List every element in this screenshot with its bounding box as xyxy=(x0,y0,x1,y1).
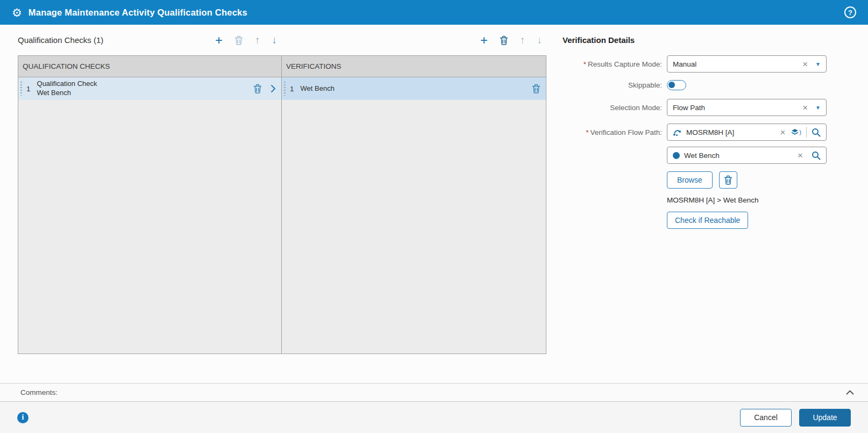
qualification-checks-column-header: QUALIFICATION CHECKS xyxy=(18,56,281,77)
qualification-check-title: Qualification Check xyxy=(37,80,97,89)
results-capture-mode-value: Manual xyxy=(673,60,696,68)
trash-icon xyxy=(532,84,540,93)
footer-bar: i Cancel Update xyxy=(0,402,868,433)
trash-icon xyxy=(253,84,262,93)
flow-path-step-value: Wet Bench xyxy=(684,151,720,160)
chevron-right-icon[interactable] xyxy=(271,84,276,93)
selection-mode-dropdown[interactable]: Flow Path × ▼ xyxy=(667,99,827,116)
trash-icon xyxy=(500,35,508,45)
flow-path-breadcrumb-row: MOSRM8H [A] > Wet Bench xyxy=(563,196,868,204)
qualification-checks-table: QUALIFICATION CHECKS 1 Qualification Che… xyxy=(18,55,546,354)
verification-details-panel: Verification Details *Results Capture Mo… xyxy=(563,25,868,383)
qualification-check-subtitle: Wet Bench xyxy=(37,89,97,98)
chevron-down-icon[interactable]: ▼ xyxy=(815,105,821,111)
results-capture-mode-dropdown[interactable]: Manual × ▼ xyxy=(667,55,827,73)
field-divider xyxy=(806,127,807,138)
drag-handle-icon[interactable] xyxy=(284,82,286,96)
delete-qualification-check-button[interactable] xyxy=(234,35,243,45)
clear-icon[interactable]: × xyxy=(802,103,808,112)
move-up-verification-button[interactable]: ↑ xyxy=(520,35,525,45)
verification-flow-path-field[interactable]: MOSRM8H [A] × ) xyxy=(667,124,827,141)
delete-verification-button[interactable] xyxy=(500,35,508,45)
verification-row[interactable]: 1 Wet Bench xyxy=(282,77,546,100)
clear-icon[interactable]: × xyxy=(802,60,808,69)
add-verification-button[interactable]: + xyxy=(480,34,488,47)
help-glyph: ? xyxy=(848,9,852,17)
qualification-checks-toolbar: + ↑ ↓ xyxy=(215,34,277,47)
selection-mode-value: Flow Path xyxy=(673,104,705,112)
skippable-toggle[interactable] xyxy=(667,80,686,90)
check-reachable-row: Check if Reachable xyxy=(563,212,868,229)
clear-icon[interactable]: × xyxy=(780,128,785,137)
required-marker: * xyxy=(584,60,586,68)
qualification-checks-zone: Qualification Checks (1) + ↑ ↓ xyxy=(18,25,546,383)
title-bar: ⚙ Manage Maintenance Activity Qualificat… xyxy=(0,0,868,25)
chevron-down-icon[interactable]: ▼ xyxy=(815,61,821,67)
results-capture-mode-label: *Results Capture Mode: xyxy=(563,60,667,68)
move-up-qualification-check-button[interactable]: ↑ xyxy=(255,35,260,45)
update-button[interactable]: Update xyxy=(799,409,851,427)
qualification-checks-list: 1 Qualification Check Wet Bench xyxy=(18,77,281,353)
cancel-button[interactable]: Cancel xyxy=(740,409,792,427)
move-down-qualification-check-button[interactable]: ↓ xyxy=(272,35,278,45)
results-capture-mode-row: *Results Capture Mode: Manual × ▼ xyxy=(563,55,868,73)
verifications-column: VERIFICATIONS 1 Wet Bench xyxy=(282,56,546,353)
qualification-checks-column: QUALIFICATION CHECKS 1 Qualification Che… xyxy=(18,56,282,353)
app-window: ⚙ Manage Maintenance Activity Qualificat… xyxy=(0,0,868,433)
delete-row-button[interactable] xyxy=(253,84,262,93)
drag-handle-icon[interactable] xyxy=(20,82,22,96)
skippable-label: Skippable: xyxy=(563,81,667,89)
step-bullet-icon xyxy=(673,152,680,159)
section-header-row: Qualification Checks (1) + ↑ ↓ xyxy=(18,25,546,55)
verification-flow-path-sub-row: Wet Bench × xyxy=(563,147,868,164)
browse-button[interactable]: Browse xyxy=(667,171,713,189)
verification-flow-path-value: MOSRM8H [A] xyxy=(686,128,734,136)
help-icon[interactable]: ? xyxy=(844,6,856,18)
trash-icon xyxy=(234,35,243,45)
toggle-knob xyxy=(668,82,675,88)
row-number: 1 xyxy=(26,85,31,93)
info-icon[interactable]: i xyxy=(17,412,29,423)
verification-label: Wet Bench xyxy=(301,84,335,93)
row-number: 1 xyxy=(290,85,294,93)
check-if-reachable-button[interactable]: Check if Reachable xyxy=(667,212,748,229)
gear-icon: ⚙ xyxy=(12,7,22,18)
flow-path-icon xyxy=(673,128,682,136)
page-title: Manage Maintenance Activity Qualificatio… xyxy=(29,8,844,18)
verifications-toolbar: + ↑ ↓ xyxy=(480,34,542,47)
verifications-list: 1 Wet Bench xyxy=(282,77,546,353)
move-down-verification-button[interactable]: ↓ xyxy=(537,35,543,45)
selection-mode-row: Selection Mode: Flow Path × ▼ xyxy=(563,99,868,116)
qualification-checks-count-title: Qualification Checks (1) xyxy=(18,35,103,45)
search-icon[interactable] xyxy=(812,128,821,137)
layers-icon[interactable]: ) xyxy=(791,128,801,136)
required-marker: * xyxy=(586,128,588,136)
search-icon[interactable] xyxy=(812,151,821,160)
qualification-check-text: Qualification Check Wet Bench xyxy=(37,80,97,98)
trash-icon xyxy=(724,175,732,185)
comments-bar[interactable]: Comments: xyxy=(0,383,868,402)
clear-icon[interactable]: × xyxy=(798,151,803,160)
verification-details-title: Verification Details xyxy=(563,35,635,45)
verification-flow-path-label: *Verification Flow Path: xyxy=(563,128,667,136)
verifications-column-header: VERIFICATIONS xyxy=(282,56,546,77)
main-content: Qualification Checks (1) + ↑ ↓ xyxy=(0,25,868,383)
selection-mode-label: Selection Mode: xyxy=(563,104,667,112)
delete-flow-path-button[interactable] xyxy=(719,171,737,189)
flow-path-step-field[interactable]: Wet Bench × xyxy=(667,147,827,164)
browse-row: Browse xyxy=(563,171,868,189)
add-qualification-check-button[interactable]: + xyxy=(215,34,223,47)
verification-flow-path-row: *Verification Flow Path: MOSRM8H [A] × xyxy=(563,124,868,141)
delete-row-button[interactable] xyxy=(532,84,540,93)
skippable-row: Skippable: xyxy=(563,80,868,90)
chevron-up-icon[interactable] xyxy=(846,390,854,395)
comments-label: Comments: xyxy=(20,388,58,396)
flow-path-breadcrumb: MOSRM8H [A] > Wet Bench xyxy=(667,196,758,204)
qualification-check-row[interactable]: 1 Qualification Check Wet Bench xyxy=(18,77,281,100)
